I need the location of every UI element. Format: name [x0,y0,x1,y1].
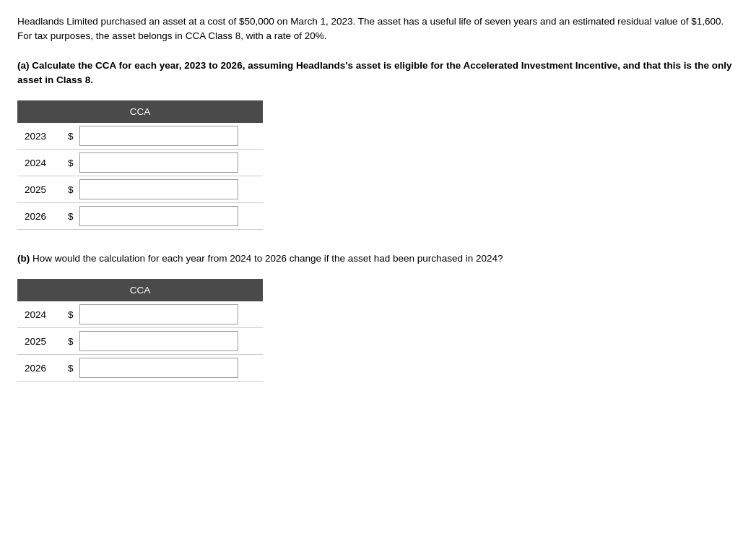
cca-input-b-2024[interactable] [79,304,238,324]
part-b-bold: (b) [17,253,30,264]
part-b-header: CCA [17,279,263,301]
part-b-label: (b) How would the calculation for each y… [17,251,739,266]
table-row: 2025$ [17,176,263,203]
year-cell: 2024 [17,301,61,328]
cca-input-cell[interactable] [77,203,263,230]
dollar-sign: $ [61,328,77,355]
year-cell: 2026 [17,355,61,382]
table-row: 2024$ [17,150,263,176]
cca-input-2026[interactable] [79,206,238,226]
table-row: 2023$ [17,123,263,150]
cca-input-cell[interactable] [77,176,263,203]
part-a-label: (a) Calculate the CCA for each year, 202… [17,59,739,88]
cca-input-cell[interactable] [77,328,263,355]
table-row: 2026$ [17,355,263,382]
cca-input-cell[interactable] [77,355,263,382]
intro-text: Headlands Limited purchased an asset at … [17,14,739,44]
part-b-table: CCA 2024$2025$2026$ [17,279,263,382]
cca-input-b-2025[interactable] [79,331,238,351]
dollar-sign: $ [61,203,77,230]
cca-input-2023[interactable] [79,126,238,146]
dollar-sign: $ [61,123,77,150]
table-row: 2024$ [17,301,263,328]
cca-input-2025[interactable] [79,179,238,199]
year-cell: 2026 [17,203,61,230]
part-b-text: How would the calculation for each year … [32,253,503,264]
year-cell: 2023 [17,123,61,150]
dollar-sign: $ [61,355,77,382]
table-row: 2026$ [17,203,263,230]
dollar-sign: $ [61,150,77,176]
cca-input-2024[interactable] [79,152,238,173]
year-cell: 2024 [17,150,61,176]
cca-input-cell[interactable] [77,150,263,176]
year-cell: 2025 [17,328,61,355]
part-a-table-container: CCA 2023$2024$2025$2026$ [17,100,739,230]
cca-input-cell[interactable] [77,301,263,328]
part-b-table-container: CCA 2024$2025$2026$ [17,279,739,382]
dollar-sign: $ [61,301,77,328]
part-a-table: CCA 2023$2024$2025$2026$ [17,100,263,230]
part-a-header: CCA [17,100,263,123]
dollar-sign: $ [61,176,77,203]
table-row: 2025$ [17,328,263,355]
year-cell: 2025 [17,176,61,203]
cca-input-b-2026[interactable] [79,358,238,378]
cca-input-cell[interactable] [77,123,263,150]
